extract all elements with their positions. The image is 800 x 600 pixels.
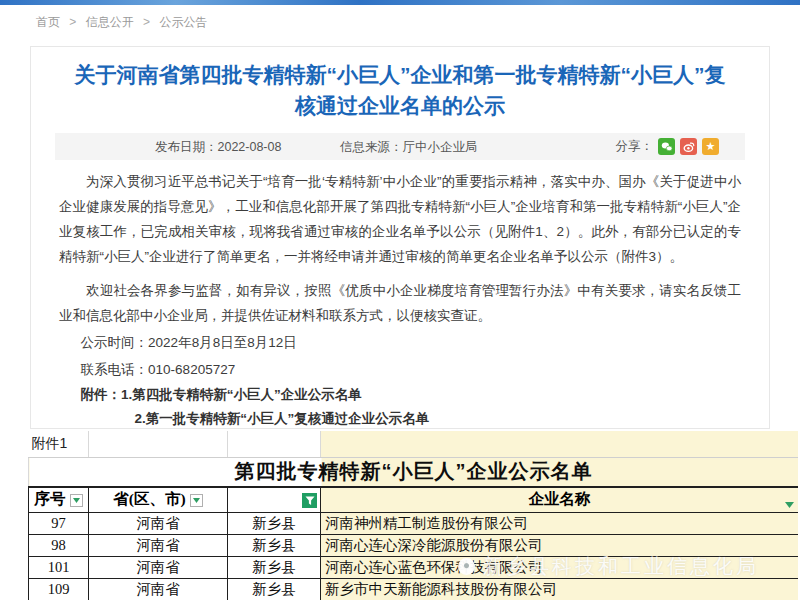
- cell-seq: 98: [29, 534, 89, 556]
- attachment-item-2: 2.第一批专精特新“小巨人”复核通过企业公示名单: [59, 407, 741, 430]
- notice-period: 公示时间：2022年8月8日至8月12日: [59, 331, 741, 355]
- header-company: 企业名称: [321, 487, 799, 512]
- cell-province: 河南省: [89, 534, 228, 556]
- contact-phone: 联系电话：010-68205727: [59, 358, 741, 382]
- body-paragraph-1: 为深入贯彻习近平总书记关于“培育一批‘专精特新’中小企业”的重要指示精神，落实中…: [59, 169, 741, 269]
- header-province: 省(区、市): [89, 487, 228, 512]
- cell-county: 新乡县: [228, 578, 321, 600]
- cell-province: 河南省: [89, 512, 228, 534]
- breadcrumb-separator: >: [69, 15, 76, 29]
- star-favorite-icon[interactable]: ★: [702, 138, 719, 155]
- header-company-label: 企业名称: [529, 490, 591, 507]
- publish-date: 发布日期：2022-08-08: [155, 139, 281, 156]
- table-title-row: 第四批专精特新“小巨人”企业公示名单: [29, 457, 799, 487]
- annex-label-row: 附件1: [29, 431, 799, 457]
- body-paragraph-2: 欢迎社会各界参与监督，如有异议，按照《优质中小企业梯度培育管理暂行办法》中有关要…: [59, 278, 741, 328]
- header-seq-label: 序号: [35, 490, 66, 507]
- cell-seq: 101: [29, 556, 89, 578]
- cell-county: 新乡县: [228, 556, 321, 578]
- weibo-icon[interactable]: [680, 138, 697, 155]
- table-row: 101 河南省 新乡县 河南心连心蓝色环保科技有限公司: [29, 556, 799, 578]
- breadcrumb-home[interactable]: 首页: [36, 15, 60, 29]
- cell-company: 河南神州精工制造股份有限公司: [321, 512, 799, 534]
- header-seq: 序号: [29, 487, 89, 512]
- annex-label: 附件1: [29, 431, 89, 457]
- cell-seq: 109: [29, 578, 89, 600]
- breadcrumb: 首页 > 信息公开 > 公示公告: [36, 14, 207, 31]
- table-title: 第四批专精特新“小巨人”企业公示名单: [29, 457, 799, 487]
- share-label: 分享：: [616, 138, 654, 155]
- company-table: 附件1 第四批专精特新“小巨人”企业公示名单 序号 省(区、市) 企业名称: [28, 431, 798, 600]
- page-title: 关于河南省第四批专精特新“小巨人”企业和第一批专精特新“小巨人”复核通过企业名单…: [69, 59, 731, 121]
- breadcrumb-info-disclosure[interactable]: 信息公开: [86, 15, 134, 29]
- breadcrumb-announcements[interactable]: 公示公告: [159, 15, 207, 29]
- chevron-down-icon[interactable]: [190, 494, 203, 507]
- table-row: 98 河南省 新乡县 河南心连心深冷能源股份有限公司: [29, 534, 799, 556]
- attachments-label: 附件：: [81, 387, 122, 402]
- attachment-line-1: 附件：1.第四批专精特新“小巨人”企业公示名单: [59, 383, 741, 406]
- header-province-label: 省(区、市): [113, 490, 185, 507]
- annex-spreadsheet: 附件1 第四批专精特新“小巨人”企业公示名单 序号 省(区、市) 企业名称: [28, 431, 798, 600]
- table-header-row: 序号 省(区、市) 企业名称: [29, 487, 799, 512]
- article-meta-bar: 发布日期：2022-08-08 信息来源：厅中小企业局 分享： ★: [55, 133, 745, 160]
- cell-county: 新乡县: [228, 534, 321, 556]
- info-source: 信息来源：厅中小企业局: [340, 139, 478, 156]
- table-row: 109 河南省 新乡县 新乡市中天新能源科技股份有限公司: [29, 578, 799, 600]
- cell-company: 新乡市中天新能源科技股份有限公司: [321, 578, 799, 600]
- cell-county: 新乡县: [228, 512, 321, 534]
- wechat-icon[interactable]: [658, 138, 675, 155]
- attachment-item-1: 1.第四批专精特新“小巨人”企业公示名单: [121, 387, 362, 402]
- breadcrumb-separator: >: [143, 15, 150, 29]
- table-row: 97 河南省 新乡县 河南神州精工制造股份有限公司: [29, 512, 799, 534]
- cell-company: 河南心连心深冷能源股份有限公司: [321, 534, 799, 556]
- cell-company: 河南心连心蓝色环保科技有限公司: [321, 556, 799, 578]
- chevron-down-icon[interactable]: [70, 494, 83, 507]
- cell-province: 河南省: [89, 578, 228, 600]
- header-county: [228, 487, 321, 512]
- filter-funnel-icon[interactable]: [302, 493, 317, 508]
- chevron-down-icon[interactable]: [785, 494, 794, 512]
- share-group: 分享： ★: [616, 138, 720, 155]
- cell-seq: 97: [29, 512, 89, 534]
- top-nav-edge: [0, 0, 800, 5]
- article-card: 关于河南省第四批专精特新“小巨人”企业和第一批专精特新“小巨人”复核通过企业名单…: [30, 46, 770, 429]
- cell-province: 河南省: [89, 556, 228, 578]
